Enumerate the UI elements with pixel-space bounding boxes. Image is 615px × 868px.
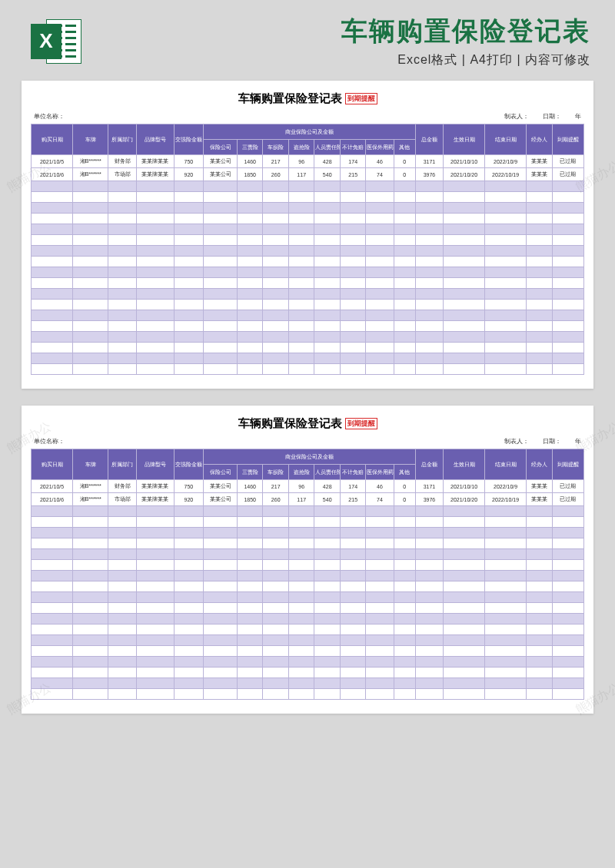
cell: 湘B****** [73, 480, 108, 493]
cell: 428 [314, 480, 341, 493]
cell: 174 [340, 155, 366, 168]
col-header: 不计免赔 [340, 465, 366, 480]
table-row-empty [32, 689, 584, 700]
table-row-empty [32, 332, 584, 343]
cell: 750 [174, 480, 204, 493]
table-row-empty [32, 364, 584, 375]
cell: 3171 [415, 480, 443, 493]
registration-table: 购买日期车牌所属部门品牌型号交强险金额商业保险公司及金额总金额生效日期结束日期经… [31, 124, 584, 375]
table-row-empty [32, 657, 584, 668]
col-header: 商业保险公司及金额 [204, 449, 416, 465]
expire-tag: 到期提醒 [345, 93, 377, 104]
table-row-empty [32, 203, 584, 214]
cell: 已过期 [552, 168, 583, 181]
cell: 3976 [415, 168, 443, 181]
col-header: 保险公司 [204, 465, 238, 480]
col-header: 医保外用药 [366, 465, 394, 480]
table-row-empty [32, 278, 584, 289]
table-row-empty [32, 224, 584, 235]
col-header: 车损险 [263, 465, 289, 480]
cell: 74 [366, 168, 394, 181]
col-header: 品牌型号 [136, 124, 174, 155]
excel-badge-letter: X [31, 24, 62, 59]
cell: 2022/10/9 [485, 480, 527, 493]
cell: 1850 [237, 168, 263, 181]
sheet-preview-1: 车辆购置保险登记表到期提醒单位名称：制表人：日期：年购买日期车牌所属部门品牌型号… [22, 81, 593, 389]
table-row-empty [32, 592, 584, 603]
col-header: 总金额 [415, 449, 443, 480]
cell: 0 [394, 155, 415, 168]
meta-row: 单位名称：制表人：日期：年 [31, 111, 584, 124]
registration-table: 购买日期车牌所属部门品牌型号交强险金额商业保险公司及金额总金额生效日期结束日期经… [31, 449, 584, 700]
col-header: 到期提醒 [552, 124, 583, 155]
col-header: 车损险 [263, 140, 289, 155]
cell: 已过期 [552, 480, 583, 493]
cell: 某某牌某某 [136, 493, 174, 506]
cell: 217 [263, 155, 289, 168]
unit-label: 单位名称： [34, 437, 65, 446]
table-row-empty [32, 581, 584, 592]
cell: 2021/10/5 [32, 480, 73, 493]
cell: 46 [366, 480, 394, 493]
table-row-empty [32, 235, 584, 246]
cell: 46 [366, 155, 394, 168]
sheet-title: 车辆购置保险登记表 [238, 91, 342, 106]
cell: 0 [394, 480, 415, 493]
cell: 湘B****** [73, 493, 108, 506]
table-row-empty [32, 614, 584, 624]
template-header: X 车辆购置保险登记表 Excel格式 | A4打印 | 内容可修改 [0, 0, 615, 73]
col-header: 交强险金额 [174, 449, 204, 480]
cell: 117 [288, 493, 314, 506]
cell: 540 [314, 168, 341, 181]
cell: 某某公司 [204, 493, 238, 506]
cell: 某某牌某某 [136, 168, 174, 181]
cell: 某某某 [527, 155, 553, 168]
cell: 260 [263, 493, 289, 506]
cell: 750 [174, 155, 204, 168]
cell: 2022/10/19 [485, 168, 527, 181]
table-row-empty [32, 214, 584, 224]
cell: 某某某 [527, 168, 553, 181]
cell: 96 [288, 480, 314, 493]
col-header: 所属部门 [108, 124, 136, 155]
table-row-empty [32, 538, 584, 549]
table-row: 2021/10/5湘B******财务部某某牌某某750某某公司14602179… [32, 155, 584, 168]
col-header: 不计免赔 [340, 140, 366, 155]
cell: 某某牌某某 [136, 480, 174, 493]
cell: 2021/10/10 [443, 155, 484, 168]
table-row-empty [32, 310, 584, 321]
col-header: 其他 [394, 465, 415, 480]
table-row-empty [32, 678, 584, 689]
cell: 2021/10/5 [32, 155, 73, 168]
cell: 2021/10/20 [443, 493, 484, 506]
table-row-empty [32, 549, 584, 560]
table-row-empty [32, 603, 584, 614]
col-header: 结束日期 [485, 449, 527, 480]
cell: 某某公司 [204, 480, 238, 493]
cell: 2021/10/6 [32, 493, 73, 506]
table-row-empty [32, 257, 584, 267]
col-header: 经办人 [527, 124, 553, 155]
cell: 2022/10/19 [485, 493, 527, 506]
preview-area: 车辆购置保险登记表到期提醒单位名称：制表人：日期：年购买日期车牌所属部门品牌型号… [0, 73, 615, 729]
cell: 2022/10/9 [485, 155, 527, 168]
table-row-empty [32, 506, 584, 517]
year-label: 年 [575, 438, 581, 445]
table-row-empty [32, 624, 584, 635]
cell: 某某某 [527, 480, 553, 493]
col-header: 生效日期 [443, 124, 484, 155]
table-row-empty [32, 300, 584, 310]
cell: 某某公司 [204, 155, 238, 168]
cell: 215 [340, 168, 366, 181]
cell: 540 [314, 493, 341, 506]
cell: 某某公司 [204, 168, 238, 181]
cell: 湘B****** [73, 155, 108, 168]
excel-icon: X [31, 16, 81, 67]
cell: 0 [394, 493, 415, 506]
cell: 某某牌某某 [136, 155, 174, 168]
unit-label: 单位名称： [34, 112, 65, 121]
cell: 财务部 [108, 155, 136, 168]
cell: 1460 [237, 155, 263, 168]
table-row-empty [32, 321, 584, 332]
preparer-label: 制表人： [504, 113, 529, 120]
